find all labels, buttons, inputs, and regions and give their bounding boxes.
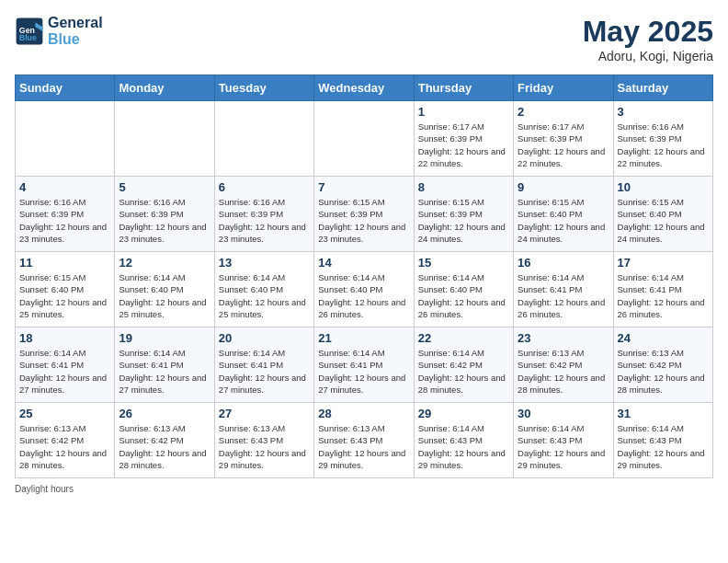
calendar-cell: 1Sunrise: 6:17 AM Sunset: 6:39 PM Daylig…	[414, 101, 513, 177]
calendar-cell: 13Sunrise: 6:14 AM Sunset: 6:40 PM Dayli…	[214, 252, 313, 327]
page-header: Gen Blue General Blue May 2025 Adoru, Ko…	[15, 15, 713, 63]
day-number: 27	[219, 407, 310, 420]
day-info: Sunrise: 6:14 AM Sunset: 6:41 PM Dayligh…	[219, 347, 310, 396]
day-info: Sunrise: 6:16 AM Sunset: 6:39 PM Dayligh…	[219, 196, 310, 245]
logo-text-block: General Blue	[48, 15, 103, 48]
day-info: Sunrise: 6:13 AM Sunset: 6:43 PM Dayligh…	[219, 422, 310, 471]
calendar-cell: 26Sunrise: 6:13 AM Sunset: 6:42 PM Dayli…	[115, 403, 214, 478]
day-info: Sunrise: 6:15 AM Sunset: 6:40 PM Dayligh…	[19, 271, 110, 320]
day-number: 26	[119, 407, 210, 420]
day-info: Sunrise: 6:14 AM Sunset: 6:43 PM Dayligh…	[618, 422, 709, 471]
day-info: Sunrise: 6:13 AM Sunset: 6:42 PM Dayligh…	[119, 422, 210, 471]
day-number: 7	[318, 180, 409, 194]
month-title: May 2025	[583, 15, 713, 49]
day-number: 1	[418, 105, 509, 119]
footer-note-text: Daylight hours	[15, 484, 74, 494]
calendar-table: SundayMondayTuesdayWednesdayThursdayFrid…	[15, 75, 713, 478]
day-info: Sunrise: 6:15 AM Sunset: 6:39 PM Dayligh…	[418, 196, 509, 245]
day-info: Sunrise: 6:17 AM Sunset: 6:39 PM Dayligh…	[418, 121, 509, 169]
calendar-cell: 8Sunrise: 6:15 AM Sunset: 6:39 PM Daylig…	[414, 177, 513, 252]
day-number: 21	[318, 331, 409, 345]
calendar-week-1: 1Sunrise: 6:17 AM Sunset: 6:39 PM Daylig…	[16, 101, 713, 177]
day-number: 13	[219, 256, 310, 270]
day-info: Sunrise: 6:14 AM Sunset: 6:41 PM Dayligh…	[618, 271, 709, 320]
day-number: 17	[618, 256, 709, 270]
calendar-cell: 6Sunrise: 6:16 AM Sunset: 6:39 PM Daylig…	[214, 177, 313, 252]
day-number: 28	[318, 407, 409, 420]
day-number: 30	[518, 407, 609, 420]
day-number: 2	[518, 105, 609, 119]
calendar-cell: 30Sunrise: 6:14 AM Sunset: 6:43 PM Dayli…	[514, 403, 613, 478]
day-number: 25	[19, 407, 110, 420]
day-info: Sunrise: 6:14 AM Sunset: 6:41 PM Dayligh…	[119, 347, 210, 396]
day-info: Sunrise: 6:14 AM Sunset: 6:40 PM Dayligh…	[418, 271, 509, 320]
day-info: Sunrise: 6:16 AM Sunset: 6:39 PM Dayligh…	[119, 196, 210, 245]
day-info: Sunrise: 6:14 AM Sunset: 6:40 PM Dayligh…	[119, 271, 210, 320]
day-info: Sunrise: 6:17 AM Sunset: 6:39 PM Dayligh…	[518, 121, 609, 169]
day-info: Sunrise: 6:14 AM Sunset: 6:43 PM Dayligh…	[518, 422, 609, 471]
day-info: Sunrise: 6:16 AM Sunset: 6:39 PM Dayligh…	[19, 196, 110, 245]
calendar-cell: 2Sunrise: 6:17 AM Sunset: 6:39 PM Daylig…	[514, 101, 613, 177]
calendar-cell: 11Sunrise: 6:15 AM Sunset: 6:40 PM Dayli…	[16, 252, 115, 327]
logo-line2: Blue	[48, 31, 103, 48]
calendar-cell: 16Sunrise: 6:14 AM Sunset: 6:41 PM Dayli…	[514, 252, 613, 327]
calendar-week-3: 11Sunrise: 6:15 AM Sunset: 6:40 PM Dayli…	[16, 252, 713, 327]
title-block: May 2025 Adoru, Kogi, Nigeria	[583, 15, 713, 63]
day-info: Sunrise: 6:14 AM Sunset: 6:40 PM Dayligh…	[318, 271, 409, 320]
calendar-cell: 12Sunrise: 6:14 AM Sunset: 6:40 PM Dayli…	[115, 252, 214, 327]
day-info: Sunrise: 6:14 AM Sunset: 6:41 PM Dayligh…	[19, 347, 110, 396]
calendar-cell: 15Sunrise: 6:14 AM Sunset: 6:40 PM Dayli…	[414, 252, 513, 327]
calendar-header-row: SundayMondayTuesdayWednesdayThursdayFrid…	[16, 75, 713, 101]
calendar-cell: 7Sunrise: 6:15 AM Sunset: 6:39 PM Daylig…	[314, 177, 414, 252]
day-number: 23	[518, 331, 609, 345]
day-info: Sunrise: 6:13 AM Sunset: 6:42 PM Dayligh…	[518, 347, 609, 396]
calendar-cell: 24Sunrise: 6:13 AM Sunset: 6:42 PM Dayli…	[613, 327, 712, 403]
day-info: Sunrise: 6:15 AM Sunset: 6:40 PM Dayligh…	[618, 196, 709, 245]
day-info: Sunrise: 6:15 AM Sunset: 6:39 PM Dayligh…	[318, 196, 409, 245]
calendar-cell: 27Sunrise: 6:13 AM Sunset: 6:43 PM Dayli…	[214, 403, 313, 478]
calendar-cell: 19Sunrise: 6:14 AM Sunset: 6:41 PM Dayli…	[115, 327, 214, 403]
day-number: 19	[119, 331, 210, 345]
calendar-cell: 14Sunrise: 6:14 AM Sunset: 6:40 PM Dayli…	[314, 252, 414, 327]
day-info: Sunrise: 6:15 AM Sunset: 6:40 PM Dayligh…	[518, 196, 609, 245]
day-number: 20	[219, 331, 310, 345]
calendar-cell: 28Sunrise: 6:13 AM Sunset: 6:43 PM Dayli…	[314, 403, 414, 478]
calendar-cell: 31Sunrise: 6:14 AM Sunset: 6:43 PM Dayli…	[613, 403, 712, 478]
day-number: 11	[19, 256, 110, 270]
calendar-cell	[214, 101, 313, 177]
day-info: Sunrise: 6:16 AM Sunset: 6:39 PM Dayligh…	[618, 121, 709, 169]
svg-text:Blue: Blue	[19, 33, 37, 42]
calendar-cell: 25Sunrise: 6:13 AM Sunset: 6:42 PM Dayli…	[16, 403, 115, 478]
day-info: Sunrise: 6:14 AM Sunset: 6:40 PM Dayligh…	[219, 271, 310, 320]
day-info: Sunrise: 6:14 AM Sunset: 6:41 PM Dayligh…	[518, 271, 609, 320]
day-number: 24	[618, 331, 709, 345]
col-header-monday: Monday	[115, 75, 214, 101]
calendar-cell: 23Sunrise: 6:13 AM Sunset: 6:42 PM Dayli…	[514, 327, 613, 403]
calendar-week-5: 25Sunrise: 6:13 AM Sunset: 6:42 PM Dayli…	[16, 403, 713, 478]
calendar-cell: 17Sunrise: 6:14 AM Sunset: 6:41 PM Dayli…	[613, 252, 712, 327]
calendar-cell: 9Sunrise: 6:15 AM Sunset: 6:40 PM Daylig…	[514, 177, 613, 252]
day-number: 10	[618, 180, 709, 194]
day-number: 12	[119, 256, 210, 270]
day-number: 16	[518, 256, 609, 270]
day-info: Sunrise: 6:14 AM Sunset: 6:43 PM Dayligh…	[418, 422, 509, 471]
calendar-cell: 18Sunrise: 6:14 AM Sunset: 6:41 PM Dayli…	[16, 327, 115, 403]
col-header-tuesday: Tuesday	[214, 75, 313, 101]
logo-icon: Gen Blue	[15, 17, 44, 46]
day-number: 4	[19, 180, 110, 194]
day-info: Sunrise: 6:13 AM Sunset: 6:43 PM Dayligh…	[318, 422, 409, 471]
col-header-saturday: Saturday	[613, 75, 712, 101]
day-number: 8	[418, 180, 509, 194]
logo: Gen Blue General Blue	[15, 15, 103, 48]
calendar-week-4: 18Sunrise: 6:14 AM Sunset: 6:41 PM Dayli…	[16, 327, 713, 403]
day-info: Sunrise: 6:13 AM Sunset: 6:42 PM Dayligh…	[19, 422, 110, 471]
day-number: 6	[219, 180, 310, 194]
calendar-cell: 10Sunrise: 6:15 AM Sunset: 6:40 PM Dayli…	[613, 177, 712, 252]
day-number: 22	[418, 331, 509, 345]
logo-line1: General	[48, 15, 103, 31]
calendar-cell: 21Sunrise: 6:14 AM Sunset: 6:41 PM Dayli…	[314, 327, 414, 403]
col-header-wednesday: Wednesday	[314, 75, 414, 101]
col-header-friday: Friday	[514, 75, 613, 101]
day-number: 29	[418, 407, 509, 420]
day-number: 9	[518, 180, 609, 194]
